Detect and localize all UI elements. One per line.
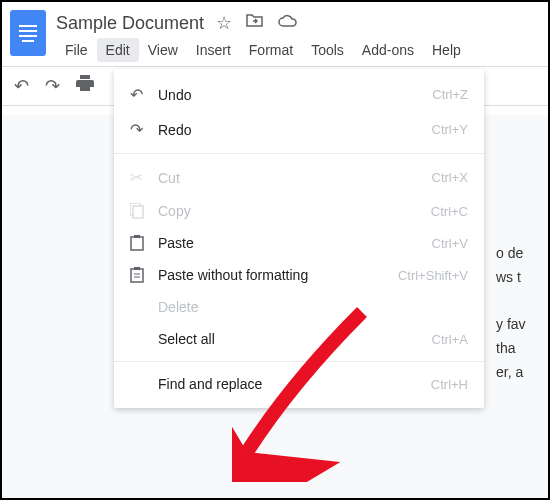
menu-shortcut: Ctrl+X [432, 170, 468, 185]
menu-label: Undo [158, 87, 432, 103]
menu-item-redo[interactable]: ↷ Redo Ctrl+Y [114, 112, 484, 147]
svg-rect-5 [134, 267, 140, 270]
svg-rect-4 [131, 269, 143, 282]
print-button[interactable] [76, 75, 94, 97]
copy-icon [130, 203, 158, 219]
menu-item-delete[interactable]: Delete [114, 291, 484, 323]
cut-icon: ✂ [130, 168, 158, 187]
menu-shortcut: Ctrl+Shift+V [398, 268, 468, 283]
menu-label: Find and replace [158, 376, 431, 392]
menu-item-copy[interactable]: Copy Ctrl+C [114, 195, 484, 227]
menu-shortcut: Ctrl+A [432, 332, 468, 347]
menu-item-paste[interactable]: Paste Ctrl+V [114, 227, 484, 259]
menu-item-cut[interactable]: ✂ Cut Ctrl+X [114, 160, 484, 195]
menu-tools[interactable]: Tools [302, 38, 353, 62]
docs-logo-icon [10, 10, 46, 56]
edit-dropdown-menu: ↶ Undo Ctrl+Z ↷ Redo Ctrl+Y ✂ Cut Ctrl+X… [114, 69, 484, 408]
svg-rect-3 [134, 235, 140, 238]
document-title[interactable]: Sample Document [56, 13, 204, 34]
paste-plain-icon [130, 267, 158, 283]
menu-file[interactable]: File [56, 38, 97, 62]
menu-edit[interactable]: Edit [97, 38, 139, 62]
text-line: er, a [496, 361, 546, 385]
menu-insert[interactable]: Insert [187, 38, 240, 62]
menu-shortcut: Ctrl+H [431, 377, 468, 392]
svg-rect-2 [131, 237, 143, 250]
cloud-status-icon[interactable] [278, 12, 298, 34]
menu-view[interactable]: View [139, 38, 187, 62]
menu-item-paste-plain[interactable]: Paste without formatting Ctrl+Shift+V [114, 259, 484, 291]
menu-label: Paste [158, 235, 432, 251]
text-line: tha [496, 337, 546, 361]
menu-label: Delete [158, 299, 468, 315]
menu-shortcut: Ctrl+Z [432, 87, 468, 102]
menu-item-find-replace[interactable]: Find and replace Ctrl+H [114, 368, 484, 400]
menu-shortcut: Ctrl+Y [432, 122, 468, 137]
menu-shortcut: Ctrl+V [432, 236, 468, 251]
menubar: File Edit View Insert Format Tools Add-o… [56, 38, 540, 62]
star-icon[interactable]: ☆ [216, 12, 232, 34]
undo-icon: ↶ [130, 85, 158, 104]
menu-addons[interactable]: Add-ons [353, 38, 423, 62]
text-line: y fav [496, 313, 546, 337]
text-line: ws t [496, 266, 546, 290]
paste-icon [130, 235, 158, 251]
redo-icon: ↷ [130, 120, 158, 139]
menu-format[interactable]: Format [240, 38, 302, 62]
menu-shortcut: Ctrl+C [431, 204, 468, 219]
menu-label: Paste without formatting [158, 267, 398, 283]
menu-label: Select all [158, 331, 432, 347]
move-folder-icon[interactable] [246, 12, 264, 34]
menu-help[interactable]: Help [423, 38, 470, 62]
menu-label: Cut [158, 170, 432, 186]
menu-item-undo[interactable]: ↶ Undo Ctrl+Z [114, 77, 484, 112]
menu-item-select-all[interactable]: Select all Ctrl+A [114, 323, 484, 355]
menu-label: Copy [158, 203, 431, 219]
menu-divider [114, 153, 484, 154]
document-text-fragment: o de ws t y fav tha er, a [496, 242, 546, 385]
menu-label: Redo [158, 122, 432, 138]
undo-button[interactable]: ↶ [14, 75, 29, 97]
redo-button[interactable]: ↷ [45, 75, 60, 97]
menu-divider [114, 361, 484, 362]
text-line: o de [496, 242, 546, 266]
svg-rect-1 [133, 206, 143, 218]
